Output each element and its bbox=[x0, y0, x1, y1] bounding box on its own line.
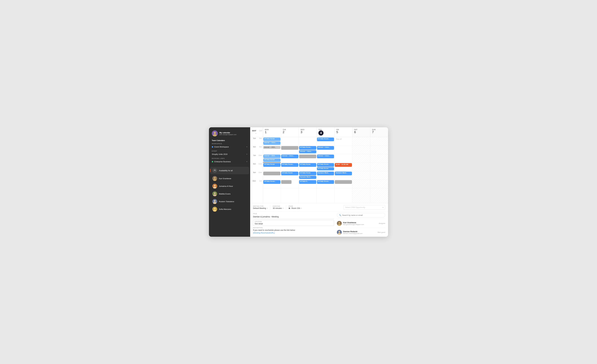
day-number-wed: 3 bbox=[300, 131, 302, 134]
location-label: LOCATION bbox=[255, 221, 332, 222]
event-tue-1[interactable] bbox=[281, 146, 298, 150]
meeting-type-select[interactable]: Default Meeting ▾ bbox=[253, 207, 267, 209]
bottom-controls-row: MEETING TYPE Default Meeting ▾ DURATION … bbox=[250, 203, 388, 212]
booking-label: BOOKING LINKS bbox=[212, 158, 247, 159]
event-thu-2[interactable]: Internal — Inbox... bbox=[317, 146, 334, 150]
sat-row5 bbox=[352, 171, 370, 180]
event-tue-3[interactable]: UX Daily Scrum... bbox=[281, 163, 298, 167]
event-mon-4[interactable]: Internal — 2019... bbox=[263, 155, 280, 158]
thu-row5: Hackaton Meeti... bbox=[317, 171, 334, 180]
time-8pm: 8pm bbox=[250, 163, 257, 171]
connector-line bbox=[263, 163, 281, 163]
event-mon-3[interactable]: Internal — 2019... bbox=[263, 146, 280, 149]
event-fri-orange[interactable]: 10:00 – 10:30 AM bbox=[335, 163, 352, 167]
event-mon-8[interactable]: UX Daily Scrum... bbox=[263, 180, 280, 184]
cst-label-8am: 8am bbox=[259, 138, 262, 139]
thu-row6: UX Daily Scrum... bbox=[317, 180, 334, 188]
event-mon-7[interactable] bbox=[263, 172, 280, 175]
tue-row5: UX Daily Scrum bbox=[281, 171, 299, 180]
event-thu-6[interactable]: Hackaton Meeti... bbox=[317, 172, 334, 175]
sun-row1 bbox=[370, 137, 388, 146]
workspace-dot bbox=[212, 146, 213, 148]
sidebar-item-jumaima[interactable]: Jumaima Al Nour bbox=[210, 183, 249, 190]
sun-row6 bbox=[370, 180, 388, 188]
sofia-avatar bbox=[212, 207, 217, 212]
assignee-row-damian[interactable]: Damian Redecki damian.redecki@gmail.com … bbox=[337, 229, 385, 235]
col-wed: UX Daily Scrum... Internal — Inbox... UX… bbox=[299, 137, 317, 203]
sidebar-item-matilda[interactable]: Matilda Evans bbox=[210, 190, 249, 197]
search-box[interactable]: 🔍 bbox=[337, 213, 385, 217]
event-section: EVENT Shopify Unite 2019 ▾ bbox=[209, 149, 250, 156]
tz1-arrow: ▾ bbox=[256, 133, 256, 134]
sidebar-item-kari[interactable]: Kari Granleese bbox=[210, 175, 249, 182]
col-sun bbox=[370, 137, 388, 203]
damian-assignee-name: Damian Redecki bbox=[343, 231, 376, 232]
time-5pm: 5pm bbox=[250, 137, 257, 146]
event-thu-5[interactable]: UX Daily Scrum bbox=[317, 167, 334, 170]
event-wed-4[interactable]: UX Daily Scrum bbox=[299, 163, 316, 167]
search-input[interactable] bbox=[342, 214, 383, 216]
wed-row1 bbox=[299, 137, 317, 146]
event-tue-2[interactable]: Internal — Inbox... bbox=[281, 155, 298, 158]
event-dropdown[interactable]: Shopify Unite 2019 ▾ bbox=[212, 152, 247, 156]
profile-info: My calendar john.doe@chilipiper.com bbox=[220, 132, 236, 135]
main-content: EEST ▾ CST Mon 1 Tue 2 Wed bbox=[250, 127, 388, 237]
event-wed-1[interactable]: UX Daily Scrum... bbox=[299, 146, 316, 150]
location-input[interactable] bbox=[255, 223, 332, 225]
calendar-body: 5pm 6pm 7pm 8pm 9pm 10pm 8am 9am 10am 11… bbox=[250, 137, 388, 203]
event-wed-7[interactable]: UX Daily S... bbox=[299, 180, 316, 184]
title-input[interactable] bbox=[253, 215, 334, 219]
event-wed-3[interactable] bbox=[299, 155, 316, 158]
event-thu-7[interactable]: UX Daily Scrum... bbox=[317, 180, 334, 184]
event-mon-6[interactable]: UX Daily Scrum bbox=[263, 163, 280, 167]
svg-point-3 bbox=[214, 170, 215, 170]
day-number-thu: 4 bbox=[318, 131, 323, 136]
bottom-panel: MEETING TYPE Default Meeting ▾ DURATION … bbox=[250, 203, 388, 237]
sun-row3 bbox=[370, 154, 388, 163]
event-mon-5[interactable]: UX Daily Scrum bbox=[263, 158, 280, 162]
crm-chevron-icon: ▾ bbox=[383, 207, 383, 208]
event-tue-4[interactable]: UX Daily Scrum bbox=[281, 172, 298, 175]
fri-row6 bbox=[334, 180, 352, 188]
event-mon-1[interactable]: UX Daily Scrum bbox=[263, 138, 280, 141]
day-name-thu: Thu bbox=[318, 129, 322, 131]
assignee-row-kari[interactable]: Kari Granleese kari.granleese@chilipiper… bbox=[337, 220, 385, 226]
event-wed-6[interactable]: Hackaton Meeti... bbox=[299, 176, 316, 179]
reschedule-url[interactable]: {Meeting.RescheduleURL} bbox=[253, 232, 334, 234]
day-number-sat: 6 bbox=[354, 131, 356, 134]
sidebar: My calendar john.doe@chilipiper.com Team… bbox=[209, 127, 250, 237]
tue-row4: UX Daily Scrum... bbox=[281, 163, 299, 171]
event-thu-4[interactable]: UX Daily Scrum... bbox=[317, 163, 334, 167]
workspace-dropdown[interactable]: Event Workspace ▾ bbox=[212, 145, 247, 149]
event-wed-2[interactable]: Internal — Inbox... bbox=[299, 150, 316, 153]
tz-header: EEST ▾ CST bbox=[250, 127, 263, 137]
room-label: ROOM bbox=[289, 205, 302, 207]
event-fri-1[interactable]: Hackaton Meeti... bbox=[335, 172, 352, 175]
time-6pm: 6pm bbox=[250, 146, 257, 154]
cst-9am: 9am bbox=[257, 146, 263, 154]
bottom-form-row: TITLE LOCATION DESCRIPTION If you need t… bbox=[250, 212, 388, 237]
event-thu-3[interactable]: Internal — Inbox... bbox=[317, 155, 334, 158]
sidebar-item-availability[interactable]: Availability for all bbox=[210, 167, 249, 174]
workspace-chevron-icon: ▾ bbox=[246, 146, 247, 148]
workspace-name: Event Workspace bbox=[214, 146, 229, 148]
workspace-section: WORKSPACE Event Workspace ▾ bbox=[209, 142, 250, 149]
wed-row5: UX Daily Scrum Hackaton Meeti... bbox=[299, 171, 317, 180]
tz1-header[interactable]: EEST ▾ bbox=[250, 127, 257, 137]
sidebar-item-sofia[interactable]: Sofia Manzano bbox=[210, 206, 249, 213]
booking-dropdown[interactable]: Enterprise Business ▾ bbox=[212, 160, 247, 163]
event-mon-2[interactable]: Internal — Inbox... bbox=[263, 141, 280, 145]
damian-assignee-email: damian.redecki@gmail.com bbox=[343, 232, 376, 234]
sidebar-profile[interactable]: My calendar john.doe@chilipiper.com bbox=[209, 127, 250, 139]
sidebar-item-rustem[interactable]: Rustem Tolstobrov bbox=[210, 198, 249, 205]
event-fri-2[interactable] bbox=[335, 180, 352, 184]
event-thu-1[interactable]: UX Daily Scrum... bbox=[317, 138, 334, 141]
mon-row6: UX Daily Scrum... bbox=[263, 180, 281, 188]
event-wed-5[interactable]: UX Daily Scrum bbox=[299, 172, 316, 175]
event-tue-5[interactable] bbox=[281, 180, 291, 184]
duration-select[interactable]: 30 minutes ▾ bbox=[273, 207, 283, 209]
room-select[interactable]: Room 15A ▾ bbox=[289, 207, 302, 209]
crm-select[interactable]: Select CRM Opportunity ▾ bbox=[343, 205, 385, 210]
rustem-name: Rustem Tolstobrov bbox=[219, 201, 234, 203]
cst-label-1pm: 1pm bbox=[259, 180, 262, 182]
